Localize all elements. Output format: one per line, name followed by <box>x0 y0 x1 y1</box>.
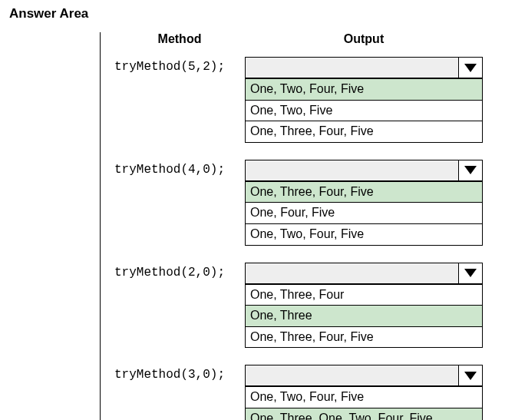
dropdown-options: One, Three, Four, Five One, Four, Five O… <box>245 181 483 246</box>
question-row: tryMethod(3,0); One, Two, Four, Five One… <box>114 365 506 420</box>
dropdown-value <box>246 263 458 283</box>
dropdown-toggle[interactable] <box>458 365 482 385</box>
dropdown-value <box>246 365 458 385</box>
dropdown-selected[interactable] <box>245 57 483 78</box>
method-call-text: tryMethod(4,0); <box>114 160 245 177</box>
dropdown-options: One, Two, Four, Five One, Two, Five One,… <box>245 78 483 143</box>
dropdown-selected[interactable] <box>245 160 483 181</box>
dropdown-value <box>246 160 458 180</box>
dropdown-option[interactable]: One, Two, Five <box>246 100 482 121</box>
column-header-output: Output <box>245 32 483 46</box>
dropdown-toggle[interactable] <box>458 160 482 180</box>
dropdown-option[interactable]: One, Two, Four, Five <box>246 386 482 408</box>
question-row: tryMethod(5,2); One, Two, Four, Five One… <box>114 57 506 143</box>
method-call-text: tryMethod(3,0); <box>114 365 245 382</box>
dropdown-option[interactable]: One, Three, Four, Five <box>246 121 482 142</box>
dropdown-options: One, Two, Four, Five One, Three, One, Tw… <box>245 386 483 420</box>
dropdown-selected[interactable] <box>245 263 483 284</box>
page-title: Answer Area <box>9 6 506 21</box>
dropdown-option[interactable]: One, Three, Four, Five <box>246 326 482 348</box>
dropdown-option[interactable]: One, Three, Four <box>246 284 482 306</box>
dropdown-toggle[interactable] <box>458 58 482 78</box>
chevron-down-icon <box>464 64 477 72</box>
dropdown-option[interactable]: One, Three, Four, Five <box>246 181 482 203</box>
dropdown-option[interactable]: One, Three <box>246 305 482 326</box>
dropdown-options: One, Three, Four One, Three One, Three, … <box>245 284 483 349</box>
method-call-text: tryMethod(2,0); <box>114 263 245 279</box>
column-header-method: Method <box>114 32 245 46</box>
chevron-down-icon <box>464 166 477 174</box>
vertical-divider <box>100 32 101 420</box>
dropdown-option[interactable]: One, Four, Five <box>246 202 482 223</box>
chevron-down-icon <box>464 269 477 277</box>
method-call-text: tryMethod(5,2); <box>114 57 245 74</box>
question-row: tryMethod(2,0); One, Three, Four One, Th… <box>114 263 506 349</box>
dropdown-selected[interactable] <box>245 365 483 386</box>
dropdown-option[interactable]: One, Three, One, Two, Four, Five <box>246 408 482 420</box>
chevron-down-icon <box>464 372 477 380</box>
dropdown-value <box>246 58 458 78</box>
question-row: tryMethod(4,0); One, Three, Four, Five O… <box>114 160 506 246</box>
dropdown-toggle[interactable] <box>458 263 482 283</box>
dropdown-option[interactable]: One, Two, Four, Five <box>246 78 482 100</box>
dropdown-option[interactable]: One, Two, Four, Five <box>246 223 482 245</box>
